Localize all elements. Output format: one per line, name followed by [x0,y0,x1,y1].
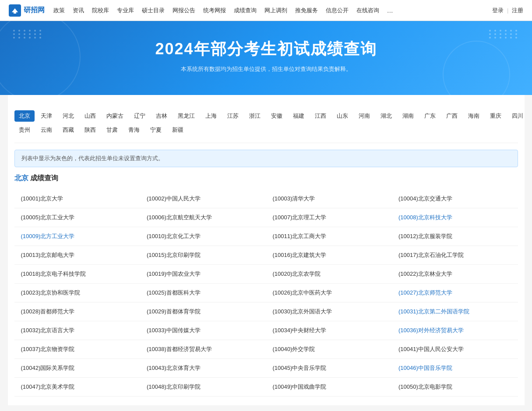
school-cell: (10034)中央财经大学 [266,321,392,340]
province-btn[interactable]: 广西 [442,110,462,122]
school-cell: (10017)北京石油化工学院 [392,246,518,265]
province-btn[interactable]: 湖北 [376,110,396,122]
nav-majors[interactable]: 专业库 [117,7,134,14]
school-cell: (10007)北京理工大学 [266,208,392,227]
nav-tuimian[interactable]: 推免服务 [295,7,318,14]
school-cell: (10005)北京工业大学 [14,208,141,227]
province-btn[interactable]: 辽宁 [130,110,150,122]
province-btn[interactable]: 四川 [507,110,528,122]
school-cell: (10002)中国人民大学 [140,190,266,208]
province-btn[interactable]: 河南 [354,110,374,122]
school-cell: (10032)北京语言大学 [14,321,141,340]
dots-right [489,30,519,39]
dots-left [13,30,43,39]
school-cell: (10015)北京印刷学院 [140,246,266,265]
province-btn[interactable]: 内蒙古 [102,110,128,122]
province-btn[interactable]: 陕西 [80,124,100,136]
section-title: 北京 成绩查询 [14,174,518,183]
school-cell: (10004)北京交通大学 [392,190,518,208]
info-box: 列表中显示为灰色的，代表此招生单位未设置查询方式。 [14,150,518,167]
school-cell[interactable]: (10031)北京第二外国语学院 [392,302,518,321]
nav-more[interactable]: ... [387,7,393,14]
province-btn[interactable]: 江苏 [223,110,243,122]
main-content: 北京天津河北山西内蒙古辽宁吉林黑龙江上海江苏浙江安徽福建江西山东河南湖北湖南广东… [8,95,525,405]
nav-catalog[interactable]: 硕士目录 [142,7,165,14]
school-cell: (10011)北京工商大学 [266,227,392,246]
school-cell: (10040)外交学院 [266,340,392,359]
svg-rect-0 [14,12,16,14]
province-btn[interactable]: 新疆 [168,124,188,136]
school-cell: (10047)北京美术学院 [14,378,141,397]
province-btn[interactable]: 福建 [289,110,309,122]
province-btn[interactable]: 海南 [464,110,484,122]
province-btn[interactable]: 浙江 [245,110,265,122]
school-cell: (10030)北京外国语大学 [266,302,392,321]
nav-info[interactable]: 信息公开 [326,7,349,14]
province-btn[interactable]: 黑龙江 [173,110,199,122]
province-btn[interactable]: 安徽 [267,110,287,122]
logo-text: 研招网 [24,6,45,15]
school-cell: (10018)北京电子科技学院 [14,265,141,284]
province-btn[interactable]: 贵州 [14,124,35,136]
school-cell: (10028)首都师范大学 [14,302,141,321]
logo[interactable]: 研招网 [9,4,45,17]
schools-grid: (10001)北京大学(10002)中国人民大学(10003)清华大学(1000… [14,190,518,397]
section-label: 成绩查询 [30,174,58,182]
nav-news[interactable]: 资讯 [73,7,84,14]
province-btn[interactable]: 北京 [14,110,35,122]
province-btn[interactable]: 吉林 [151,110,172,122]
nav-tongkao[interactable]: 统考网报 [203,7,226,14]
nav-transfer[interactable]: 网上调剂 [264,7,287,14]
province-btn[interactable]: 上海 [201,110,221,122]
school-cell: (10022)北京林业大学 [392,265,518,284]
login-link[interactable]: 登录 [492,7,504,14]
school-cell: (10045)中央音乐学院 [266,359,392,378]
province-btn[interactable]: 广东 [420,110,440,122]
province-btn[interactable]: 宁夏 [146,124,166,136]
nav-report[interactable]: 网报公告 [173,7,195,14]
school-cell[interactable]: (10046)中国音乐学院 [392,359,518,378]
school-cell: (10049)中国戏曲学院 [266,378,392,397]
school-cell[interactable]: (10027)北京师范大学 [392,284,518,302]
province-row-1: 北京天津河北山西内蒙古辽宁吉林黑龙江上海江苏浙江安徽福建江西山东河南湖北湖南广东… [14,110,518,122]
province-btn[interactable]: 湖南 [398,110,418,122]
school-cell: (10029)首都体育学院 [140,302,266,321]
nav-policy[interactable]: 政策 [53,7,65,14]
school-cell[interactable]: (10036)对外经济贸易大学 [392,321,518,340]
nav-bar: 研招网 政策 资讯 院校库 专业库 硕士目录 网报公告 统考网报 成绩查询 网上… [0,0,532,21]
province-btn[interactable]: 山东 [332,110,352,122]
province-btn[interactable]: 云南 [36,124,56,136]
province-btn[interactable]: 甘肃 [102,124,122,136]
school-cell: (10013)北京邮电大学 [14,246,141,265]
nav-scores[interactable]: 成绩查询 [234,7,257,14]
nav-consult[interactable]: 在线咨询 [356,7,379,14]
section-city: 北京 [14,174,28,182]
logo-icon [9,4,21,17]
nav-links: 政策 资讯 院校库 专业库 硕士目录 网报公告 统考网报 成绩查询 网上调剂 推… [53,7,492,14]
school-cell: (10042)国际关系学院 [14,359,141,378]
province-tabs: 北京天津河北山西内蒙古辽宁吉林黑龙江上海江苏浙江安徽福建江西山东河南湖北湖南广东… [14,104,518,143]
school-cell: (10037)北京物资学院 [14,340,141,359]
school-cell: (10048)北京印刷学院 [140,378,266,397]
nav-schools[interactable]: 院校库 [92,7,109,14]
province-btn[interactable]: 河北 [58,110,78,122]
province-btn[interactable]: 重庆 [486,110,506,122]
hero-banner: 2024年部分考生初试成绩查询 本系统所有数据均为招生单位提供，招生单位对查询结… [0,21,532,95]
province-btn[interactable]: 天津 [36,110,56,122]
province-btn[interactable]: 青海 [124,124,144,136]
school-cell: (10033)中国传媒大学 [140,321,266,340]
school-cell: (10020)北京农学院 [266,265,392,284]
province-btn[interactable]: 山西 [80,110,100,122]
school-cell: (10019)中国农业大学 [140,265,266,284]
province-row-2: 贵州云南西藏陕西甘肃青海宁夏新疆 [14,124,518,136]
hero-subtitle: 本系统所有数据均为招生单位提供，招生单位对查询结果负责解释。 [9,65,523,73]
register-link[interactable]: 注册 [512,7,523,14]
school-cell[interactable]: (10009)北方工业大学 [14,227,141,246]
school-cell: (10041)中国人民公安大学 [392,340,518,359]
info-text: 列表中显示为灰色的，代表此招生单位未设置查询方式。 [21,155,164,162]
school-cell: (10001)北京大学 [14,190,141,208]
province-btn[interactable]: 江西 [310,110,331,122]
province-btn[interactable]: 西藏 [58,124,78,136]
school-cell: (10016)北京建筑大学 [266,246,392,265]
school-cell[interactable]: (10008)北京科技大学 [392,208,518,227]
